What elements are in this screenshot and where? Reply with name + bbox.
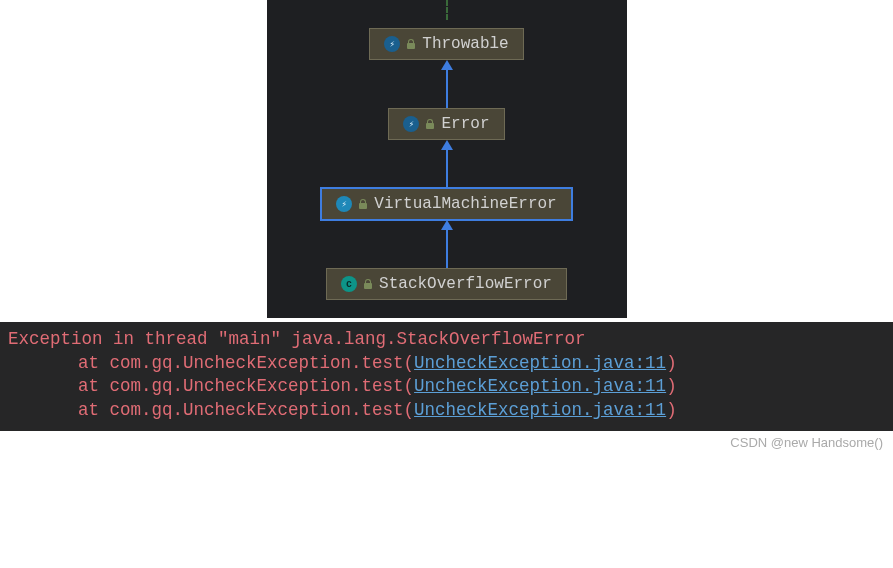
lock-icon — [406, 39, 416, 49]
class-node-throwable[interactable]: Throwable — [369, 28, 523, 60]
class-label: Throwable — [422, 35, 508, 53]
watermark: CSDN @new Handsome() — [0, 431, 893, 454]
inheritance-arrow — [267, 60, 627, 108]
class-icon — [403, 116, 419, 132]
frame-prefix: at com.gq.UncheckException.test — [78, 376, 404, 396]
exception-header: Exception in thread "main" java.lang.Sta… — [8, 328, 885, 352]
lock-icon — [425, 119, 435, 129]
class-icon: c — [341, 276, 357, 292]
stack-frame: at com.gq.UncheckException.test(UncheckE… — [8, 352, 885, 376]
source-link[interactable]: UncheckException.java:11 — [414, 400, 666, 420]
stack-trace-panel: Exception in thread "main" java.lang.Sta… — [0, 322, 893, 431]
stack-frame: at com.gq.UncheckException.test(UncheckE… — [8, 399, 885, 423]
class-icon — [336, 196, 352, 212]
class-node-virtualmachineerror[interactable]: VirtualMachineError — [321, 188, 571, 220]
source-link[interactable]: UncheckException.java:11 — [414, 353, 666, 373]
class-icon — [384, 36, 400, 52]
class-label: Error — [441, 115, 489, 133]
frame-prefix: at com.gq.UncheckException.test — [78, 353, 404, 373]
stack-frame: at com.gq.UncheckException.test(UncheckE… — [8, 375, 885, 399]
frame-prefix: at com.gq.UncheckException.test — [78, 400, 404, 420]
class-node-stackoverflowerror[interactable]: c StackOverflowError — [326, 268, 567, 300]
class-node-error[interactable]: Error — [388, 108, 504, 140]
lock-icon — [358, 199, 368, 209]
lock-icon — [363, 279, 373, 289]
class-hierarchy-diagram: Throwable Error VirtualMachineError c St… — [267, 0, 627, 318]
dashed-connector-top — [446, 0, 448, 20]
inheritance-arrow — [267, 140, 627, 188]
source-link[interactable]: UncheckException.java:11 — [414, 376, 666, 396]
inheritance-arrow — [267, 220, 627, 268]
class-label: StackOverflowError — [379, 275, 552, 293]
class-label: VirtualMachineError — [374, 195, 556, 213]
